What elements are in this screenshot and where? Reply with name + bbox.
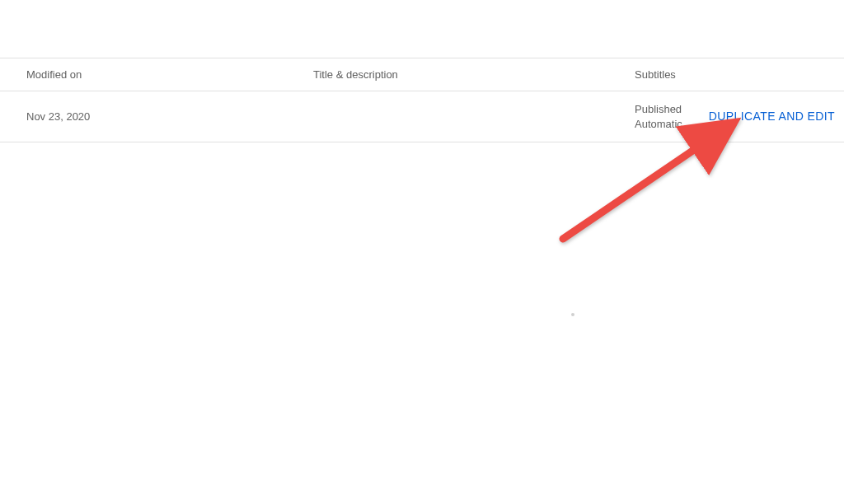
subtitles-table: Modified on Title & description Subtitle… — [0, 58, 844, 142]
column-header-title: Title & description — [313, 68, 635, 81]
duplicate-and-edit-button[interactable]: DUPLICATE AND EDIT — [709, 109, 835, 124]
svg-line-1 — [563, 130, 723, 239]
column-header-subtitles: Subtitles — [635, 68, 844, 81]
table-header-row: Modified on Title & description Subtitle… — [0, 58, 844, 91]
table-row[interactable]: Nov 23, 2020 Published Automatic DUPLICA… — [0, 91, 844, 142]
cell-modified-date: Nov 23, 2020 — [0, 110, 313, 123]
subtitles-type: Automatic — [635, 117, 682, 132]
subtitles-status-block: Published Automatic — [635, 102, 682, 131]
column-header-modified: Modified on — [0, 68, 313, 81]
subtitles-status: Published — [635, 102, 682, 117]
cell-subtitles: Published Automatic DUPLICATE AND EDIT — [635, 102, 844, 131]
decorative-dot — [571, 313, 574, 316]
